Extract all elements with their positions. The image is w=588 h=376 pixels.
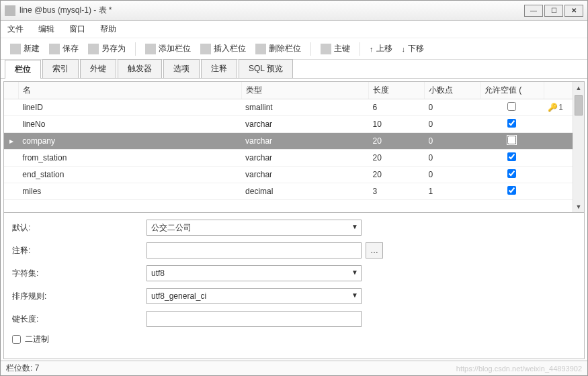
allownull-checkbox[interactable]: [507, 102, 516, 111]
allownull-checkbox[interactable]: [507, 169, 516, 178]
cell-allownull[interactable]: [480, 133, 544, 150]
scroll-up-icon[interactable]: ▲: [573, 82, 584, 93]
cell-name[interactable]: lineNo: [18, 116, 241, 133]
col-type[interactable]: 类型: [241, 82, 369, 99]
moveup-button[interactable]: ↑上移: [366, 42, 396, 56]
cell-decimals[interactable]: 0: [425, 116, 480, 133]
charset-label: 字符集:: [12, 268, 146, 279]
addcol-button[interactable]: 添加栏位: [141, 42, 195, 56]
cell-decimals[interactable]: 0: [425, 99, 480, 116]
tab-sqlpreview[interactable]: SQL 预览: [239, 59, 293, 78]
allownull-checkbox[interactable]: [507, 119, 516, 128]
collation-value: utf8_general_ci: [151, 291, 206, 301]
delcol-button[interactable]: 删除栏位: [251, 42, 305, 56]
collation-label: 排序规则:: [12, 291, 146, 302]
tab-fk[interactable]: 外键: [80, 59, 116, 78]
movedown-button[interactable]: ↓下移: [398, 42, 429, 56]
content-area: 名 类型 长度 小数点 允许空值 ( lineIDsmallint60🔑1lin…: [1, 79, 587, 362]
cell-length[interactable]: 20: [369, 167, 425, 183]
save-button[interactable]: 保存: [45, 42, 83, 56]
save-label: 保存: [62, 43, 79, 54]
table-row[interactable]: ▸companyvarchar200: [4, 133, 584, 150]
binary-checkbox[interactable]: [12, 335, 21, 344]
tab-triggers[interactable]: 触发器: [118, 59, 162, 78]
cell-type[interactable]: varchar: [241, 116, 369, 133]
comment-input[interactable]: [146, 242, 362, 258]
comment-more-button[interactable]: …: [366, 242, 383, 258]
table-row[interactable]: end_stationvarchar200: [4, 167, 584, 183]
col-length[interactable]: 长度: [369, 82, 425, 99]
menu-edit[interactable]: 编辑: [38, 23, 54, 35]
cell-type[interactable]: smallint: [241, 99, 369, 116]
cell-length[interactable]: 6: [369, 99, 425, 116]
allownull-checkbox[interactable]: [507, 152, 516, 161]
insertcol-button[interactable]: 插入栏位: [196, 42, 250, 56]
toolbar-sep: [135, 42, 136, 56]
cell-length[interactable]: 20: [369, 133, 425, 150]
pk-button[interactable]: 主键: [317, 42, 354, 56]
grid-scrollbar[interactable]: ▲ ▼: [573, 82, 584, 212]
allownull-checkbox[interactable]: [507, 136, 516, 144]
toolbar: 新建 保存 另存为 添加栏位 插入栏位 删除栏位 主键 ↑上移 ↓下移: [1, 38, 587, 60]
new-button[interactable]: 新建: [6, 42, 44, 56]
scroll-thumb[interactable]: [575, 95, 583, 115]
toolbar-sep: [360, 42, 360, 56]
cell-name[interactable]: from_station: [18, 150, 241, 167]
watermark: https://blog.csdn.net/weixin_44893902: [456, 365, 582, 373]
menu-window[interactable]: 窗口: [69, 23, 85, 35]
default-combo[interactable]: 公交二公司 ▼: [146, 220, 362, 236]
col-allownull[interactable]: 允许空值 (: [480, 82, 544, 99]
cell-length[interactable]: 10: [369, 116, 425, 133]
cell-type[interactable]: varchar: [241, 167, 369, 183]
col-decimals[interactable]: 小数点: [425, 82, 480, 99]
cell-name[interactable]: company: [18, 133, 241, 150]
scroll-down-icon[interactable]: ▼: [573, 201, 584, 212]
table-row[interactable]: lineNovarchar100: [4, 116, 584, 133]
tab-comment[interactable]: 注释: [201, 59, 237, 78]
col-handle: [4, 82, 18, 99]
cell-name[interactable]: lineID: [18, 99, 241, 116]
cell-length[interactable]: 20: [369, 150, 425, 167]
comment-label: 注释:: [12, 245, 146, 256]
cell-allownull[interactable]: [480, 150, 544, 167]
cell-decimals[interactable]: 0: [425, 150, 480, 167]
menubar: 文件 编辑 窗口 帮助: [1, 21, 587, 38]
key-icon: [321, 44, 331, 54]
cell-name[interactable]: end_station: [18, 167, 241, 183]
cell-type[interactable]: varchar: [241, 133, 369, 150]
menu-help[interactable]: 帮助: [100, 23, 116, 35]
movedown-label: 下移: [408, 43, 424, 54]
cell-allownull[interactable]: [480, 116, 544, 133]
cell-allownull[interactable]: [480, 183, 544, 200]
keylen-input[interactable]: [146, 311, 362, 327]
cell-decimals[interactable]: 1: [425, 183, 480, 200]
close-button[interactable]: ✕: [564, 5, 583, 17]
charset-value: utf8: [151, 269, 165, 278]
collation-combo[interactable]: utf8_general_ci ▼: [146, 288, 362, 304]
menu-file[interactable]: 文件: [7, 23, 24, 35]
cell-type[interactable]: decimal: [241, 183, 369, 200]
cell-decimals[interactable]: 0: [425, 133, 480, 150]
default-value: 公交二公司: [151, 222, 192, 234]
fields-grid[interactable]: 名 类型 长度 小数点 允许空值 ( lineIDsmallint60🔑1lin…: [4, 82, 584, 200]
insertcol-label: 插入栏位: [214, 43, 246, 54]
col-name[interactable]: 名: [18, 82, 241, 99]
tab-fields[interactable]: 栏位: [5, 60, 41, 79]
cell-type[interactable]: varchar: [241, 150, 369, 167]
table-row[interactable]: from_stationvarchar200: [4, 150, 584, 167]
cell-allownull[interactable]: [480, 99, 544, 116]
charset-combo[interactable]: utf8 ▼: [146, 265, 362, 281]
table-row[interactable]: lineIDsmallint60🔑1: [4, 99, 584, 116]
cell-name[interactable]: miles: [18, 183, 241, 200]
minimize-button[interactable]: —: [524, 5, 543, 17]
moveup-label: 上移: [376, 43, 392, 54]
saveas-button[interactable]: 另存为: [84, 42, 130, 56]
table-row[interactable]: milesdecimal31: [4, 183, 584, 200]
tab-indexes[interactable]: 索引: [42, 59, 79, 78]
cell-allownull[interactable]: [480, 167, 544, 183]
cell-decimals[interactable]: 0: [425, 167, 480, 183]
cell-length[interactable]: 3: [369, 183, 425, 200]
allownull-checkbox[interactable]: [507, 186, 516, 195]
tab-options[interactable]: 选项: [163, 59, 200, 78]
maximize-button[interactable]: ☐: [544, 5, 563, 17]
